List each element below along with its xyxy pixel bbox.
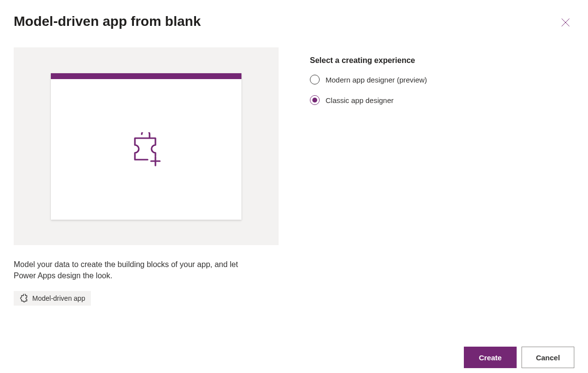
radio-label-modern: Modern app designer (preview) [326,76,427,84]
puzzle-icon [20,294,28,303]
radio-icon [310,75,320,84]
preview-title-bar [51,73,241,79]
radio-dot-icon [312,98,317,103]
radio-label-classic: Classic app designer [326,96,393,104]
puzzle-add-icon [127,132,165,166]
preview-panel [14,47,279,245]
radio-icon-selected [310,95,320,105]
create-button[interactable]: Create [464,347,517,368]
close-button[interactable] [557,14,574,33]
preview-window [51,73,241,220]
close-icon [561,18,570,27]
radio-option-modern[interactable]: Modern app designer (preview) [310,75,427,84]
app-type-tag: Model-driven app [14,291,91,306]
tag-label: Model-driven app [32,294,85,302]
cancel-button[interactable]: Cancel [522,347,574,368]
radio-option-classic[interactable]: Classic app designer [310,95,427,105]
description-text: Model your data to create the building b… [14,259,258,281]
dialog-title: Model-driven app from blank [14,14,201,29]
section-label: Select a creating experience [310,56,427,65]
